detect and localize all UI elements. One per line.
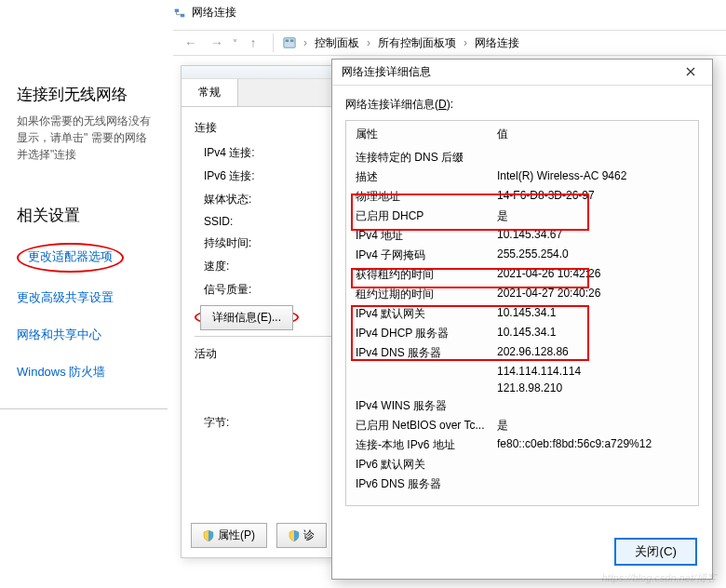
header-property: 属性 [356,127,497,142]
signal-quality-label: 信号质量: [195,282,251,298]
duration-label: 持续时间: [195,235,251,251]
table-row: IPv4 地址10.145.34.67 [356,226,689,246]
ssid-label: SSID: [195,215,233,228]
table-row: 获得租约的时间2021-04-26 10:42:26 [356,265,689,285]
table-row: 租约过期的时间2021-04-27 20:40:26 [356,285,689,304]
advanced-sharing-link[interactable]: 更改高级共享设置 [17,289,151,306]
breadcrumb-root[interactable]: 控制面板 [315,35,359,51]
svg-rect-4 [290,40,294,43]
table-row: IPv4 WINS 服务器 [356,396,689,416]
history-dropdown[interactable]: ˅ [233,38,237,48]
table-row: IPv6 DNS 服务器 [356,474,689,494]
table-row: IPv4 DHCP 服务器10.145.34.1 [356,324,689,343]
table-row: 连接-本地 IPv6 地址fe80::c0eb:f8bd:56c9:a729%1… [356,435,689,455]
table-row: 114.114.114.114 [356,363,689,380]
shield-icon [203,530,214,541]
close-button[interactable] [675,62,706,83]
details-dialog-titlebar[interactable]: 网络连接详细信息 [332,60,712,86]
details-property-list[interactable]: 属性 值 连接特定的 DNS 后缀 描述Intel(R) Wireless-AC… [345,120,699,506]
network-details-dialog: 网络连接详细信息 网络连接详细信息(D): 属性 值 连接特定的 DNS 后缀 … [331,59,713,580]
explorer-title-bar: 网络连接 [173,5,236,20]
back-button[interactable]: ← [181,33,201,53]
table-row: IPv6 默认网关 [356,455,689,474]
table-row: 物理地址14-F6-D8-3D-26-97 [356,187,689,207]
control-panel-icon [283,36,296,49]
network-sharing-center-link[interactable]: 网络和共享中心 [17,327,151,343]
watermark: https://blog.csdn.net/博客 [601,571,717,585]
header-value: 值 [497,127,508,142]
tab-general[interactable]: 常规 [182,79,238,106]
svg-rect-3 [286,40,289,43]
highlight-circle-adapter: 更改适配器选项 [17,243,124,273]
bytes-label: 字节: [195,415,229,431]
page-title: 连接到无线网络 [17,84,151,105]
close-icon [686,66,695,79]
properties-button[interactable]: 属性(P) [191,523,267,548]
table-row: IPv4 DNS 服务器202.96.128.86 [356,343,689,363]
ipv4-conn-label: IPv4 连接: [195,145,255,161]
svg-rect-0 [175,8,179,12]
explorer-window-title: 网络连接 [192,5,236,20]
page-description: 如果你需要的无线网络没有显示，请单击" 需要的网络并选择"连接 [17,113,151,163]
breadcrumb-leaf[interactable]: 网络连接 [475,35,519,51]
windows-firewall-link[interactable]: Windows 防火墙 [17,364,151,381]
highlight-circle-details: 详细信息(E)... [195,307,299,327]
property-list-header: 属性 值 [356,127,689,142]
up-button[interactable]: ↑ [243,33,263,53]
related-settings-heading: 相关设置 [17,205,151,226]
svg-rect-2 [284,38,295,48]
change-adapter-options-link[interactable]: 更改适配器选项 [28,248,113,265]
speed-label: 速度: [195,259,229,274]
network-connections-icon [173,7,186,20]
diagnose-button[interactable]: 诊 [276,523,327,548]
breadcrumb-mid[interactable]: 所有控制面板项 [378,35,456,51]
ipv6-conn-label: IPv6 连接: [195,168,255,184]
close-dialog-button[interactable]: 关闭(C) [614,538,697,566]
table-row: IPv4 默认网关10.145.34.1 [356,304,689,324]
media-state-label: 媒体状态: [195,192,251,207]
details-dialog-title: 网络连接详细信息 [342,64,431,80]
settings-sidebar: 连接到无线网络 如果你需要的无线网络没有显示，请单击" 需要的网络并选择"连接 … [0,0,168,409]
table-row: 连接特定的 DNS 后缀 [356,148,689,167]
table-row: 已启用 DHCP是 [356,207,689,226]
details-listing-label: 网络连接详细信息(D): [345,97,699,113]
table-row: 121.8.98.210 [356,380,689,396]
shield-icon [289,530,300,541]
table-row: 描述Intel(R) Wireless-AC 9462 [356,167,689,187]
table-row: IPv4 子网掩码255.255.254.0 [356,246,689,265]
details-button[interactable]: 详细信息(E)... [200,305,293,330]
explorer-breadcrumb-bar: ← → ˅ ↑ › 控制面板 › 所有控制面板项 › 网络连接 [173,30,726,56]
table-row: 已启用 NetBIOS over Tc...是 [356,416,689,435]
forward-button[interactable]: → [207,33,227,53]
